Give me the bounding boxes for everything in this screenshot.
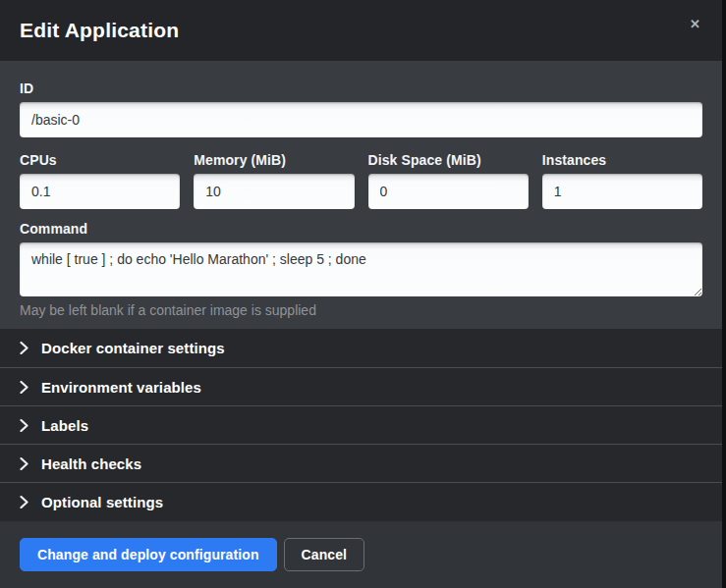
command-label: Command <box>20 221 702 237</box>
modal-header: Edit Application ✕ <box>0 0 722 61</box>
chevron-right-icon <box>20 381 28 394</box>
command-textarea[interactable]: while [ true ] ; do echo 'Hello Marathon… <box>20 242 702 296</box>
id-field-group: ID <box>20 80 702 137</box>
chevron-right-icon <box>20 457 28 470</box>
id-input[interactable] <box>20 102 702 137</box>
disk-label: Disk Space (MiB) <box>368 152 529 168</box>
section-docker-container-settings[interactable]: Docker container settings <box>0 329 722 367</box>
chevron-right-icon <box>20 496 28 508</box>
modal-title: Edit Application <box>20 19 684 42</box>
section-optional-settings[interactable]: Optional settings <box>0 482 722 520</box>
chevron-right-icon <box>20 342 28 354</box>
cpus-field-group: CPUs <box>20 152 180 209</box>
disk-field-group: Disk Space (MiB) <box>368 152 529 209</box>
edit-application-modal: Edit Application ✕ ID CPUs Memory (MiB) … <box>0 0 722 588</box>
section-health-checks[interactable]: Health checks <box>0 444 722 482</box>
instances-input[interactable] <box>542 174 702 209</box>
memory-label: Memory (MiB) <box>194 152 354 168</box>
section-labels[interactable]: Labels <box>0 405 722 444</box>
instances-label: Instances <box>542 152 702 168</box>
cpus-input[interactable] <box>20 174 180 209</box>
close-icon[interactable]: ✕ <box>684 14 706 34</box>
section-label: Docker container settings <box>41 340 225 356</box>
command-field-group: Command while [ true ] ; do echo 'Hello … <box>20 221 702 318</box>
application-form: ID CPUs Memory (MiB) Disk Space (MiB) In… <box>0 61 722 329</box>
memory-input[interactable] <box>194 174 354 209</box>
change-and-deploy-button[interactable]: Change and deploy configuration <box>20 538 277 571</box>
collapsible-sections: Docker container settings Environment va… <box>0 329 722 521</box>
disk-input[interactable] <box>368 174 529 209</box>
id-label: ID <box>20 80 702 96</box>
section-label: Optional settings <box>41 494 163 510</box>
section-label: Environment variables <box>41 379 201 396</box>
modal-footer: Change and deploy configuration Cancel <box>0 521 722 588</box>
section-label: Labels <box>41 417 88 434</box>
cancel-button[interactable]: Cancel <box>284 538 365 571</box>
cpus-label: CPUs <box>20 152 180 168</box>
section-environment-variables[interactable]: Environment variables <box>0 367 722 405</box>
memory-field-group: Memory (MiB) <box>194 152 354 209</box>
instances-field-group: Instances <box>542 152 702 209</box>
resources-row: CPUs Memory (MiB) Disk Space (MiB) Insta… <box>20 152 702 209</box>
section-label: Health checks <box>41 455 141 472</box>
chevron-right-icon <box>20 419 28 432</box>
command-help-text: May be left blank if a container image i… <box>20 302 702 318</box>
